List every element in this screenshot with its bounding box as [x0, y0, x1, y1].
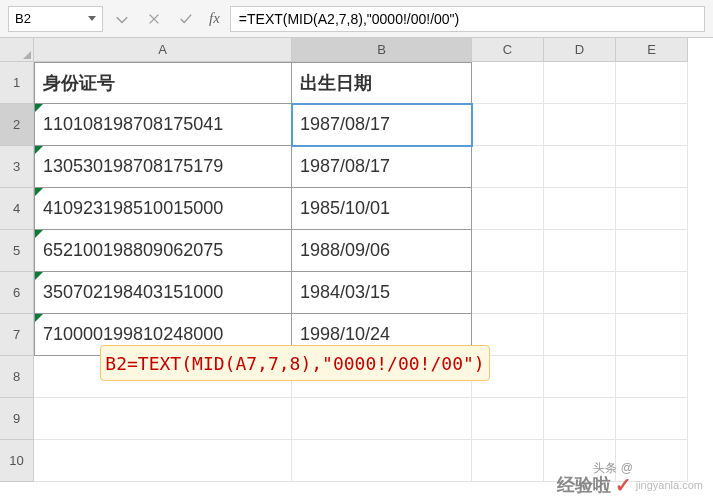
table-row: 1305301987081751791987/08/17 — [34, 146, 688, 188]
cell-D7[interactable] — [544, 314, 616, 356]
cell-C6[interactable] — [472, 272, 544, 314]
column-header-E[interactable]: E — [616, 38, 688, 62]
row-header-2[interactable]: 2 — [0, 104, 34, 146]
cell-C9[interactable] — [472, 398, 544, 440]
cell-E6[interactable] — [616, 272, 688, 314]
column-header-C[interactable]: C — [472, 38, 544, 62]
table-row: 4109231985100150001985/10/01 — [34, 188, 688, 230]
cell-A10[interactable] — [34, 440, 292, 482]
watermark-source: 头条 @ — [593, 460, 633, 477]
row-headers: 12345678910 — [0, 62, 34, 482]
cell-A3[interactable]: 130530198708175179 — [34, 146, 292, 188]
select-all-corner[interactable] — [0, 38, 34, 62]
row-header-3[interactable]: 3 — [0, 146, 34, 188]
table-row: 1101081987081750411987/08/17 — [34, 104, 688, 146]
cell-B1[interactable]: 出生日期 — [292, 62, 472, 104]
column-header-A[interactable]: A — [34, 38, 292, 62]
table-row: 6521001988090620751988/09/06 — [34, 230, 688, 272]
cell-B3[interactable]: 1987/08/17 — [292, 146, 472, 188]
cancel-icon[interactable] — [141, 6, 167, 32]
cell-E8[interactable] — [616, 356, 688, 398]
cell-A6[interactable]: 350702198403151000 — [34, 272, 292, 314]
watermark-sub: jingyanla.com — [636, 479, 703, 491]
cell-D1[interactable] — [544, 62, 616, 104]
cell-D9[interactable] — [544, 398, 616, 440]
cell-B4[interactable]: 1985/10/01 — [292, 188, 472, 230]
formula-bar[interactable]: =TEXT(MID(A2,7,8),"0000!/00!/00") — [230, 6, 705, 32]
watermark: 头条 @ 经验啦 ✓ jingyanla.com — [557, 473, 703, 497]
cells-grid: 身份证号出生日期1101081987081750411987/08/171305… — [34, 62, 688, 482]
row-header-10[interactable]: 10 — [0, 440, 34, 482]
cell-E3[interactable] — [616, 146, 688, 188]
cell-B5[interactable]: 1988/09/06 — [292, 230, 472, 272]
column-headers: ABCDE — [34, 38, 688, 62]
cell-A2[interactable]: 110108198708175041 — [34, 104, 292, 146]
row-header-6[interactable]: 6 — [0, 272, 34, 314]
cell-A4[interactable]: 410923198510015000 — [34, 188, 292, 230]
cell-C4[interactable] — [472, 188, 544, 230]
cell-A9[interactable] — [34, 398, 292, 440]
cell-D6[interactable] — [544, 272, 616, 314]
cell-E5[interactable] — [616, 230, 688, 272]
row-header-5[interactable]: 5 — [0, 230, 34, 272]
cell-A1[interactable]: 身份证号 — [34, 62, 292, 104]
cell-B9[interactable] — [292, 398, 472, 440]
accept-icon[interactable] — [173, 6, 199, 32]
cell-C10[interactable] — [472, 440, 544, 482]
row-header-4[interactable]: 4 — [0, 188, 34, 230]
fx-label[interactable]: fx — [205, 10, 224, 27]
cell-B10[interactable] — [292, 440, 472, 482]
cell-B2[interactable]: 1987/08/17 — [292, 104, 472, 146]
cell-E9[interactable] — [616, 398, 688, 440]
table-row: 身份证号出生日期 — [34, 62, 688, 104]
name-box[interactable]: B2 — [8, 6, 103, 32]
cell-D3[interactable] — [544, 146, 616, 188]
cell-E7[interactable] — [616, 314, 688, 356]
column-header-D[interactable]: D — [544, 38, 616, 62]
chevron-down-icon[interactable] — [88, 16, 96, 21]
cell-E2[interactable] — [616, 104, 688, 146]
cell-C5[interactable] — [472, 230, 544, 272]
name-box-value: B2 — [15, 11, 88, 26]
cell-B6[interactable]: 1984/03/15 — [292, 272, 472, 314]
formula-annotation: B2=TEXT(MID(A7,7,8),"0000!/00!/00") — [100, 345, 490, 381]
cell-C3[interactable] — [472, 146, 544, 188]
formula-toolbar: B2 fx =TEXT(MID(A2,7,8),"0000!/00!/00") — [0, 0, 713, 38]
row-header-9[interactable]: 9 — [0, 398, 34, 440]
row-header-8[interactable]: 8 — [0, 356, 34, 398]
cell-D4[interactable] — [544, 188, 616, 230]
cell-E1[interactable] — [616, 62, 688, 104]
cell-E4[interactable] — [616, 188, 688, 230]
cell-D5[interactable] — [544, 230, 616, 272]
cell-A5[interactable]: 652100198809062075 — [34, 230, 292, 272]
row-header-7[interactable]: 7 — [0, 314, 34, 356]
cell-C2[interactable] — [472, 104, 544, 146]
table-row: 3507021984031510001984/03/15 — [34, 272, 688, 314]
column-header-B[interactable]: B — [292, 38, 472, 62]
expand-icon[interactable] — [109, 6, 135, 32]
cell-D8[interactable] — [544, 356, 616, 398]
row-header-1[interactable]: 1 — [0, 62, 34, 104]
cell-C1[interactable] — [472, 62, 544, 104]
cell-D2[interactable] — [544, 104, 616, 146]
table-row — [34, 398, 688, 440]
